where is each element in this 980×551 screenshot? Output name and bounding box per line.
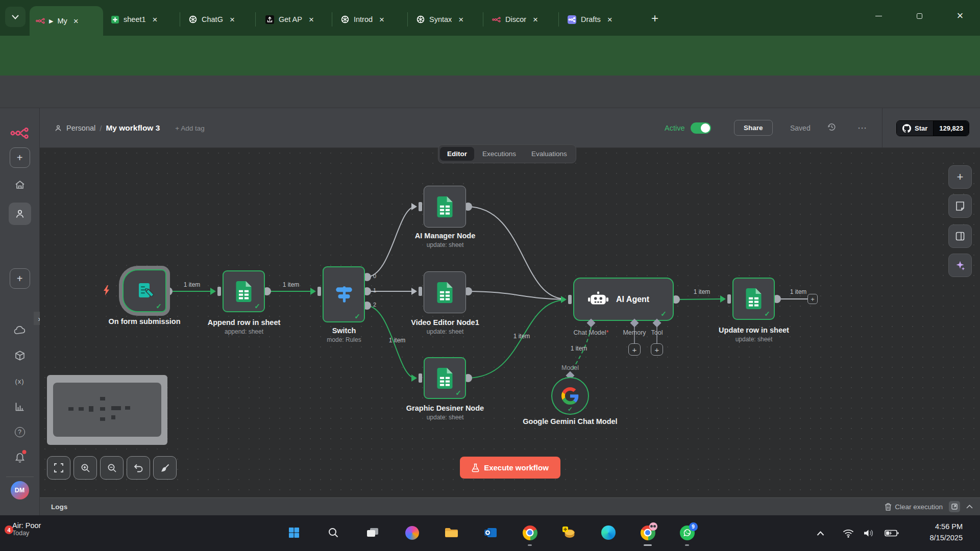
tidy-up-button[interactable] — [153, 456, 177, 480]
tab-syntax[interactable]: Syntax × — [411, 8, 483, 31]
new-tab-button[interactable]: + — [646, 10, 664, 27]
sidebar-item-personal[interactable] — [9, 203, 31, 225]
node-google-gemini-chat-model[interactable]: ✓ — [551, 377, 589, 415]
sidebar-item-templates[interactable] — [14, 350, 26, 361]
breadcrumb-project[interactable]: Personal — [66, 124, 95, 132]
taskbar-coins-app-button[interactable] — [559, 518, 579, 547]
node-video-editor[interactable] — [424, 271, 466, 313]
taskbar-chrome-profile-button[interactable] — [638, 518, 658, 547]
node-on-form-submission[interactable]: ✓ — [122, 269, 166, 312]
tab-close-icon[interactable]: × — [307, 14, 316, 25]
node-graphic-designer[interactable]: ✓ — [424, 357, 466, 399]
workflow-canvas[interactable]: 0 1 2 1 item 1 item 1 item 1 item 1 item… — [40, 148, 980, 497]
logs-panel-header[interactable]: Logs Clear execution — [40, 497, 980, 515]
sidebar-item-overview[interactable] — [14, 179, 26, 190]
sidebar-item-insights[interactable] — [14, 401, 26, 412]
taskbar-search-button[interactable] — [323, 518, 344, 547]
tray-volume[interactable] — [860, 515, 878, 551]
saved-status: Saved — [790, 124, 811, 132]
add-memory-button[interactable]: + — [628, 343, 641, 356]
window-close-button[interactable]: × — [945, 0, 975, 32]
tab-chatgpt[interactable]: ChatG × — [184, 8, 255, 31]
tray-battery[interactable] — [881, 515, 902, 551]
taskbar-clock[interactable]: 4:56 PM 8/15/2025 — [906, 521, 963, 544]
sidebar-add-workflow-button[interactable]: + — [10, 147, 30, 168]
add-tag-button[interactable]: + Add tag — [175, 124, 204, 132]
add-next-node-button[interactable]: + — [807, 294, 818, 304]
tray-chevron-up[interactable] — [811, 515, 830, 551]
taskbar-whatsapp-button[interactable]: 9 — [677, 518, 697, 547]
switch-output-1: 1 — [373, 287, 376, 293]
tab-search-button[interactable] — [5, 7, 26, 27]
node-append-row-in-sheet[interactable]: ✓ — [223, 270, 265, 312]
sidebar-item-notifications[interactable] — [14, 452, 25, 465]
add-node-button[interactable]: + — [948, 165, 972, 189]
node-label: Video Editor Node1 — [389, 318, 501, 327]
tab-close-icon[interactable]: × — [377, 14, 386, 25]
node-ai-agent[interactable]: AI Agent ✓ — [573, 278, 674, 321]
tray-wifi[interactable] — [839, 515, 857, 551]
tab-close-icon[interactable]: × — [531, 14, 540, 25]
taskbar-edge-button[interactable] — [598, 518, 619, 547]
tab-executions[interactable]: Executions — [475, 147, 523, 161]
tab-close-icon[interactable]: × — [71, 16, 81, 27]
browser-toolbar: ← → deepanshumaurya.app.n8n.cloud/workfl… — [0, 36, 980, 76]
open-logs-button[interactable] — [949, 501, 960, 512]
sidebar-item-cloud-admin[interactable] — [14, 326, 26, 335]
tab-sheet1[interactable]: sheet1 × — [106, 8, 180, 31]
workflow-title[interactable]: My workflow 3 — [106, 123, 160, 133]
breadcrumb-separator: / — [100, 124, 102, 133]
add-tool-button[interactable]: + — [651, 343, 663, 356]
weather-widget[interactable]: 4 Air: Poor Today — [7, 521, 41, 537]
tab-discord[interactable]: Discor × — [487, 8, 558, 31]
expand-logs-chevron-icon[interactable] — [966, 505, 973, 509]
ai-assistant-button[interactable] — [948, 254, 972, 277]
tab-media-playing-icon[interactable]: ▶ — [49, 18, 53, 24]
taskbar-chrome-button[interactable] — [520, 518, 540, 547]
taskbar-file-explorer-button[interactable] — [441, 518, 461, 547]
tab-close-icon[interactable]: × — [456, 14, 465, 25]
zoom-out-button[interactable] — [100, 456, 124, 480]
sidebar-add-project-button[interactable]: + — [10, 268, 30, 289]
variables-icon[interactable]: (x) — [15, 378, 24, 385]
n8n-logo[interactable] — [10, 128, 30, 139]
sidebar-item-help[interactable]: ? — [15, 427, 25, 437]
window-minimize-button[interactable] — [864, 0, 893, 32]
canvas-minimap[interactable] — [47, 375, 167, 445]
tab-close-icon[interactable]: × — [228, 14, 237, 25]
zoom-in-button[interactable] — [74, 456, 97, 480]
execute-workflow-button[interactable]: Execute workflow — [460, 457, 560, 479]
window-restore-button[interactable] — [904, 0, 934, 32]
workflow-menu-button[interactable]: ⋯ — [857, 122, 867, 134]
taskbar-start-button[interactable] — [284, 518, 304, 547]
node-update-row-in-sheet[interactable]: ✓ — [732, 278, 775, 320]
undo-button[interactable] — [127, 456, 150, 480]
user-avatar[interactable]: DM — [11, 481, 29, 499]
tab-drafts[interactable]: Drafts × — [562, 8, 634, 31]
history-button[interactable] — [827, 122, 837, 134]
tab-intro[interactable]: Introd × — [336, 8, 407, 31]
tab-my-workflow[interactable]: ▶ My × — [30, 6, 103, 36]
tab-close-icon[interactable]: × — [151, 14, 160, 25]
active-toggle[interactable] — [691, 122, 711, 134]
clear-execution-button[interactable]: Clear execution — [885, 503, 943, 511]
share-button[interactable]: Share — [734, 120, 773, 136]
tab-editor[interactable]: Editor — [440, 147, 474, 161]
battery-charging-icon — [885, 529, 899, 537]
layout-panel-button[interactable] — [948, 224, 972, 248]
n8n-icon — [10, 128, 30, 139]
taskbar-outlook-button[interactable] — [480, 518, 501, 547]
tab-evaluations[interactable]: Evaluations — [524, 147, 574, 161]
windows-taskbar: 4 Air: Poor Today — [0, 515, 980, 551]
package-icon — [14, 350, 26, 361]
taskbar-task-view-button[interactable] — [362, 518, 383, 547]
taskbar-copilot-button[interactable] — [402, 518, 422, 547]
node-ai-manager[interactable] — [424, 186, 466, 228]
github-star-widget[interactable]: Star 129,823 — [896, 120, 969, 136]
tab-get-api[interactable]: Get AP × — [260, 8, 332, 31]
sticky-note-button[interactable] — [948, 194, 972, 218]
fit-view-button[interactable] — [47, 456, 70, 480]
undo-icon — [134, 464, 143, 472]
tab-close-icon[interactable]: × — [605, 14, 615, 25]
node-switch[interactable]: ✓ — [323, 266, 365, 322]
